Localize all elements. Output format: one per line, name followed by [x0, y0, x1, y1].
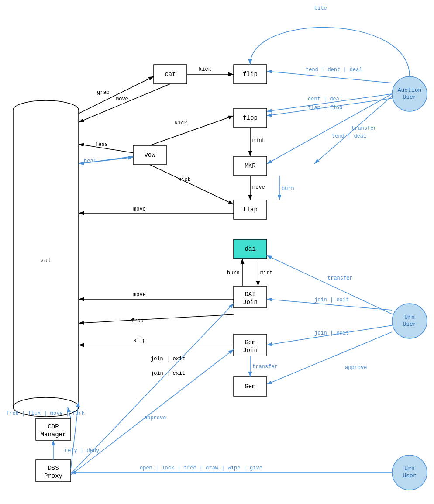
vat-label: vat [40, 257, 52, 264]
flap-label: flap [243, 206, 258, 213]
urn-user-2-label-2: User [403, 473, 416, 479]
join-exit-2-label: join | exit [314, 330, 349, 336]
flap-flop-label: flap | flop [308, 105, 342, 111]
rely-deny-label: rely | deny [65, 448, 99, 454]
auction-user-label-1: Auction [398, 87, 422, 93]
mint-2-label: mint [260, 270, 273, 276]
dss-proxy-label-2: Proxy [44, 473, 62, 480]
tend-dent-deal-1-arrow [267, 71, 392, 83]
mint-1-label: mint [252, 138, 265, 144]
move-2-label: move [252, 184, 265, 190]
grab-label: grab [97, 90, 110, 96]
bite-label: bite [314, 5, 327, 11]
frob-label: frob [131, 318, 144, 324]
dss-dai-join-arrow [71, 304, 234, 474]
flip-label: flip [243, 71, 258, 78]
kick-3-label: kick [175, 120, 187, 126]
tend-dent-deal-1-label: tend | dent | deal [306, 67, 362, 73]
transfer-2-label: transfer [327, 275, 353, 281]
approve-2-label: approve [144, 415, 166, 421]
urn-user-1-label-1: Urn [404, 314, 414, 321]
transfer-3-label: transfer [252, 364, 278, 370]
cdp-manager-label-2: Manager [41, 431, 66, 438]
vow-label: vow [144, 152, 155, 159]
grab-arrow [79, 76, 154, 114]
dent-deal-label: dent | deal [308, 96, 342, 102]
approve-1-arrow [267, 332, 392, 384]
move-1-label: move [116, 96, 128, 102]
dai-join-label-1: DAI [245, 291, 255, 298]
auction-user-label-2: User [403, 94, 416, 100]
transfer-1-label: transfer [351, 125, 377, 131]
vow-flop-kick-arrow [150, 116, 234, 145]
urn-user-2-label-1: Urn [404, 466, 414, 472]
gem-label: Gem [245, 383, 255, 390]
move-4-label: move [133, 292, 146, 298]
join-exit-3-label: join | exit [151, 356, 185, 362]
kick-1-label: kick [199, 66, 211, 72]
join-exit-4-label: join | exit [151, 370, 185, 376]
gem-join-label-2: Join [243, 347, 258, 354]
dss-proxy-label-1: DSS [48, 465, 59, 472]
dai-join-label-2: Join [243, 299, 258, 306]
burn-1-label: burn [282, 186, 294, 192]
cdp-manager-label-1: CDP [48, 423, 59, 430]
slip-label: slip [133, 338, 146, 344]
urn-user-1-label-2: User [403, 321, 416, 328]
open-lock-free-label: open | lock | free | draw | wipe | give [140, 465, 262, 471]
flop-label: flop [243, 114, 258, 121]
frob-flux-move-fork-label: frob | flux | move | fork [6, 411, 85, 417]
burn-2-label: burn [227, 270, 240, 276]
dai-label: dai [245, 245, 255, 252]
gem-join-label-1: Gem [245, 339, 255, 346]
mkr-label: MKR [245, 162, 256, 169]
heal-label: heal [84, 158, 96, 164]
kick-2-label: kick [178, 177, 191, 183]
join-exit-1-label: join | exit [314, 297, 349, 303]
move-3-label: move [133, 206, 146, 212]
tend-deal-label: tend | deal [332, 133, 366, 139]
cat-label: cat [165, 71, 176, 78]
fess-label: fess [95, 142, 108, 148]
transfer-2-arrow [267, 255, 393, 314]
frob-vat-arrow [79, 314, 234, 323]
cat-vat-move-arrow [79, 84, 170, 122]
vow-flap-kick-arrow [150, 165, 234, 204]
approve-1-label: approve [345, 365, 367, 371]
dss-gem-join-arrow [71, 349, 234, 475]
